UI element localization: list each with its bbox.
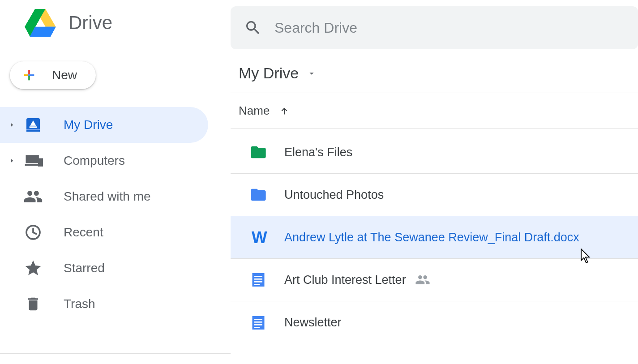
svg-rect-12 <box>26 129 40 130</box>
svg-rect-25 <box>254 324 262 325</box>
file-row[interactable]: Art Club Interest Letter <box>231 259 638 301</box>
svg-rect-20 <box>254 281 262 283</box>
file-row[interactable]: Newsletter <box>231 301 638 344</box>
svg-rect-23 <box>254 319 262 320</box>
doc-icon <box>248 270 268 290</box>
new-button[interactable]: New <box>10 61 96 89</box>
new-button-label: New <box>52 68 77 82</box>
nav-label: Computers <box>64 154 125 168</box>
svg-rect-14 <box>39 159 42 166</box>
nav-label: Trash <box>64 297 95 311</box>
nav-label: Starred <box>64 261 105 275</box>
breadcrumb[interactable]: My Drive <box>231 49 638 93</box>
file-row[interactable]: Untouched Photos <box>231 174 638 216</box>
drive-logo-icon <box>25 9 56 37</box>
app-name: Drive <box>69 12 112 34</box>
drive-icon <box>21 116 46 134</box>
nav-label: Shared with me <box>64 189 151 204</box>
column-name: Name <box>239 104 270 118</box>
folder-icon <box>248 185 268 205</box>
search-bar[interactable] <box>231 6 638 49</box>
svg-text:W: W <box>252 228 267 246</box>
svg-rect-6 <box>30 74 34 76</box>
svg-rect-13 <box>25 164 40 166</box>
word-icon: W <box>248 227 268 247</box>
breadcrumb-title: My Drive <box>239 64 299 82</box>
computers-icon <box>21 151 46 171</box>
svg-rect-10 <box>30 126 37 128</box>
file-row[interactable]: Elena's Files <box>231 131 638 174</box>
nav-item-drive[interactable]: My Drive <box>0 107 208 143</box>
nav-item-people[interactable]: Shared with me <box>0 179 231 214</box>
sort-asc-icon <box>278 105 290 117</box>
logo-row[interactable]: Drive <box>0 9 231 37</box>
file-name: Newsletter <box>284 316 342 330</box>
expand-icon <box>9 122 15 128</box>
doc-icon <box>248 313 268 333</box>
nav-label: My Drive <box>64 118 113 132</box>
svg-rect-24 <box>254 321 262 323</box>
nav-item-star[interactable]: Starred <box>0 250 231 286</box>
svg-rect-7 <box>28 74 30 76</box>
shared-icon <box>415 272 430 287</box>
svg-rect-19 <box>254 278 262 280</box>
nav-label: Recent <box>64 225 103 240</box>
file-name: Art Club Interest Letter <box>284 273 406 287</box>
svg-rect-4 <box>28 76 30 80</box>
column-header[interactable]: Name <box>231 93 638 129</box>
search-icon <box>244 19 262 37</box>
nav-item-clock[interactable]: Recent <box>0 214 231 250</box>
svg-rect-5 <box>24 74 28 76</box>
folder-icon <box>248 142 268 162</box>
sidebar: Drive New My DriveComputersShared with m… <box>0 0 231 354</box>
nav-item-trash[interactable]: Trash <box>0 286 231 322</box>
people-icon <box>21 187 46 206</box>
file-name: Untouched Photos <box>284 188 384 202</box>
file-name: Andrew Lytle at The Sewanee Review_Final… <box>284 231 579 244</box>
clock-icon <box>21 223 46 241</box>
file-row[interactable]: WAndrew Lytle at The Sewanee Review_Fina… <box>231 216 638 259</box>
nav-item-computers[interactable]: Computers <box>0 143 231 179</box>
nav-list: My DriveComputersShared with meRecentSta… <box>0 107 231 322</box>
svg-rect-26 <box>254 327 260 328</box>
svg-rect-3 <box>28 70 30 74</box>
star-icon <box>21 259 46 278</box>
plus-icon <box>21 68 37 83</box>
file-name: Elena's Files <box>284 146 352 159</box>
main: My Drive Name Elena's FilesUntouched Pho… <box>231 0 638 364</box>
file-list: Elena's FilesUntouched PhotosWAndrew Lyt… <box>231 131 638 344</box>
search-input[interactable] <box>274 20 590 36</box>
svg-rect-21 <box>254 284 260 285</box>
chevron-down-icon <box>307 69 317 78</box>
svg-rect-18 <box>254 276 262 277</box>
trash-icon <box>21 295 46 313</box>
expand-icon <box>9 158 15 164</box>
